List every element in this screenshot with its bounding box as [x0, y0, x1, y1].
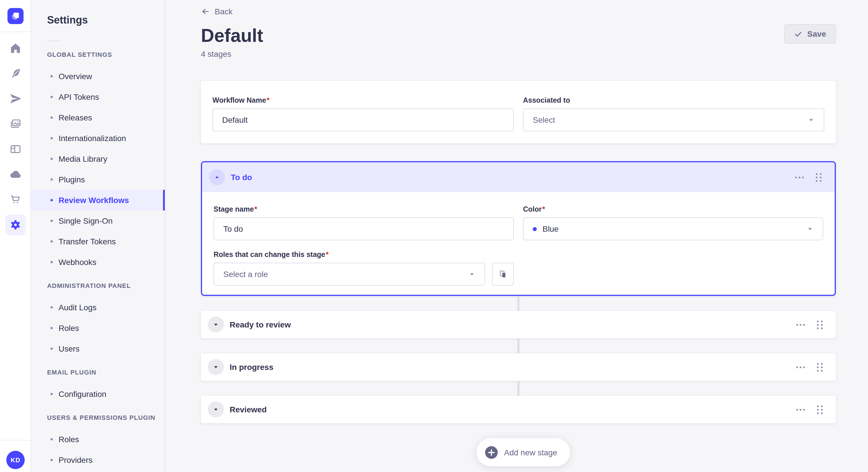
stage-options-menu-icon[interactable]	[795, 364, 806, 370]
save-label: Save	[807, 29, 826, 38]
collapse-stage-button[interactable]	[209, 169, 225, 185]
caret-down-icon	[212, 321, 219, 328]
required-asterisk: *	[267, 96, 270, 104]
stage-card-to-do: To do Stage name* Color*	[201, 161, 836, 296]
color-swatch-blue	[533, 227, 537, 231]
bullet-icon	[51, 306, 53, 308]
sidebar-item-releases[interactable]: Releases	[31, 107, 165, 128]
bullet-icon	[51, 158, 53, 160]
stage-roles-field-group: Roles that can change this stage* Select…	[214, 250, 823, 285]
stage-actions	[795, 361, 825, 373]
home-icon[interactable]	[0, 36, 31, 61]
drag-handle-icon[interactable]	[815, 318, 825, 331]
chevron-down-icon	[808, 116, 815, 123]
bullet-icon	[51, 75, 53, 77]
sidebar-item-email-configuration[interactable]: Configuration	[31, 384, 165, 404]
stage-color-select[interactable]: Blue	[523, 217, 823, 240]
main-nav-rail: KD	[0, 0, 31, 472]
sidebar-item-audit-logs[interactable]: Audit Logs	[31, 297, 165, 318]
stage-actions	[795, 318, 825, 331]
sidebar-item-api-tokens[interactable]: API Tokens	[31, 87, 165, 107]
required-asterisk: *	[326, 250, 329, 259]
sidebar-item-plugins[interactable]: Plugins	[31, 169, 165, 190]
sidebar-item-transfer-tokens[interactable]: Transfer Tokens	[31, 231, 165, 252]
settings-icon-highlight	[5, 214, 26, 235]
stage-options-menu-icon[interactable]	[795, 322, 806, 328]
page-subtitle: 4 stages	[201, 49, 231, 59]
stage-color-field-group: Color* Blue	[523, 205, 823, 240]
stage-title: In progress	[229, 363, 795, 372]
app-viewport: KD Settings GLOBAL SETTINGS Overview API…	[0, 0, 868, 472]
bullet-icon	[51, 96, 53, 98]
rail-icons	[0, 32, 30, 237]
settings-sidebar: Settings GLOBAL SETTINGS Overview API To…	[31, 0, 165, 472]
stage-title: To do	[231, 173, 794, 182]
section-label-users-permissions-plugin: USERS & PERMISSIONS PLUGIN	[47, 413, 165, 422]
sidebar-item-up-providers[interactable]: Providers	[31, 450, 165, 470]
sidebar-item-internationalization[interactable]: Internationalization	[31, 128, 165, 148]
associated-to-select[interactable]: Select	[523, 108, 825, 131]
stage-accordion-header-to-do[interactable]: To do	[202, 162, 835, 192]
stage-roles-select[interactable]: Select a role	[214, 263, 485, 285]
stage-connector	[517, 296, 520, 311]
user-avatar[interactable]: KD	[6, 451, 25, 469]
stage-roles-placeholder: Select a role	[223, 270, 468, 279]
strapi-logo[interactable]	[7, 8, 23, 24]
sidebar-item-single-sign-on[interactable]: Single Sign-On	[31, 210, 165, 231]
copy-icon	[498, 270, 507, 279]
media-library-icon[interactable]	[0, 111, 31, 136]
stage-actions	[794, 171, 823, 183]
stage-title: Reviewed	[229, 405, 795, 414]
settings-icon[interactable]	[0, 212, 31, 237]
settings-title-rule	[47, 41, 61, 41]
sidebar-item-webhooks[interactable]: Webhooks	[31, 252, 165, 272]
sidebar-item-up-roles[interactable]: Roles	[31, 429, 165, 450]
page-title: Default	[201, 24, 263, 47]
marketplace-icon[interactable]	[0, 187, 31, 212]
bullet-icon	[51, 459, 53, 461]
stage-title: Ready to review	[229, 320, 795, 329]
expand-stage-button[interactable]	[208, 316, 224, 333]
bullet-icon	[51, 327, 53, 329]
stage-name-input[interactable]	[214, 217, 514, 240]
caret-down-icon	[212, 364, 219, 370]
chevron-down-icon	[468, 271, 475, 278]
sidebar-item-admin-roles[interactable]: Roles	[31, 318, 165, 338]
workflow-form-card: Workflow Name* Associated to Select	[201, 81, 836, 143]
required-asterisk: *	[542, 205, 545, 213]
check-icon	[794, 30, 803, 38]
add-new-stage-button[interactable]: Add new stage	[476, 438, 570, 466]
duplicate-stage-button[interactable]	[492, 263, 514, 285]
stage-options-menu-icon[interactable]	[795, 406, 806, 413]
content-manager-icon[interactable]	[0, 61, 31, 86]
back-link[interactable]: Back	[201, 7, 232, 16]
stage-options-menu-icon[interactable]	[794, 174, 805, 180]
workflow-name-label: Workflow Name*	[212, 96, 514, 105]
sidebar-item-admin-users[interactable]: Users	[31, 338, 165, 359]
bullet-icon	[51, 347, 53, 350]
stage-card-in-progress[interactable]: In progress	[201, 353, 836, 381]
releases-icon[interactable]	[0, 86, 31, 111]
stage-card-ready-to-review[interactable]: Ready to review	[201, 311, 836, 338]
stage-card-reviewed[interactable]: Reviewed	[201, 396, 836, 423]
content-type-builder-icon[interactable]	[0, 136, 31, 162]
drag-handle-icon[interactable]	[814, 171, 823, 183]
section-label-global-settings: GLOBAL SETTINGS	[47, 50, 165, 59]
bullet-icon	[51, 393, 53, 395]
workflow-name-input[interactable]	[212, 108, 514, 131]
expand-stage-button[interactable]	[208, 359, 224, 375]
required-asterisk: *	[254, 205, 257, 213]
deploy-icon[interactable]	[0, 162, 31, 187]
save-button[interactable]: Save	[784, 24, 836, 43]
drag-handle-icon[interactable]	[815, 403, 825, 415]
sidebar-item-review-workflows[interactable]: Review Workflows	[31, 190, 165, 210]
section-label-email-plugin: EMAIL PLUGIN	[47, 368, 165, 377]
expand-stage-button[interactable]	[208, 401, 224, 417]
main-content: Back Default 4 stages Save Workflow Name…	[201, 0, 836, 472]
sidebar-item-media-library[interactable]: Media Library	[31, 148, 165, 169]
stage-connector	[517, 381, 520, 396]
sidebar-item-overview[interactable]: Overview	[31, 66, 165, 87]
rail-divider	[0, 440, 30, 440]
settings-sidebar-title: Settings	[31, 0, 165, 26]
drag-handle-icon[interactable]	[815, 361, 825, 373]
